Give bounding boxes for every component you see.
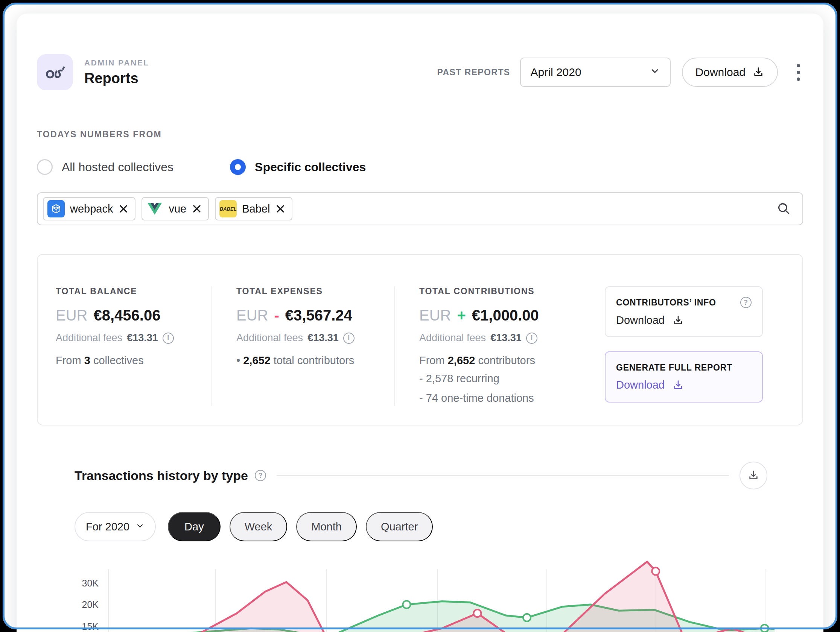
minus-sign: - [274,307,279,324]
total-expenses-label: TOTAL EXPENSES [236,286,395,296]
transactions-title: Transactions history by type [74,468,248,483]
total-expenses-block: TOTAL EXPENSES EUR - €3,567.24 Additiona… [212,286,395,367]
granularity-week[interactable]: Week [230,512,287,541]
app-logo [37,54,73,90]
radio-all-collectives[interactable]: All hosted collectives [37,159,174,175]
contributors-info-title: CONTRIBUTORS’ INFO [616,298,716,308]
transactions-section: Transactions history by type ? For 2020 … [37,462,803,632]
osc-logo-icon [44,62,65,83]
header-titles: ADMIN PANEL Reports [84,58,149,87]
radio-circle-selected[interactable] [230,159,246,175]
generate-report-box: GENERATE FULL REPORT Download [605,351,763,402]
kebab-menu[interactable] [794,61,803,84]
chart-canvas [67,555,775,632]
todays-numbers-label: TODAYS NUMBERS FROM [37,129,803,140]
download-full-report[interactable]: Download [616,379,752,391]
info-icon[interactable]: i [163,333,174,344]
tag-label: vue [169,203,186,215]
plus-sign: + [457,307,466,324]
radio-circle-unselected[interactable] [37,159,53,175]
remove-tag-icon[interactable] [191,203,202,214]
download-icon [747,470,759,482]
report-actions: CONTRIBUTORS’ INFO ? Download GENERATE F… [605,286,763,402]
total-contributions-block: TOTAL CONTRIBUTIONS EUR + €1,000.00 Addi… [395,286,605,406]
generate-report-title: GENERATE FULL REPORT [616,362,752,373]
collectives-radio-group: All hosted collectives Specific collecti… [37,159,803,175]
chevron-down-icon [650,66,660,79]
admin-panel-window: ADMIN PANEL Reports PAST REPORTS April 2… [17,14,823,632]
divider [276,475,729,476]
download-report-label: Download [695,66,745,79]
webpack-icon [47,200,65,217]
help-icon[interactable]: ? [255,470,266,481]
page-title: Reports [84,70,149,87]
total-balance-amount: EUR €8,456.06 [56,307,212,324]
radio-specific-collectives[interactable]: Specific collectives [230,159,366,175]
granularity-month[interactable]: Month [296,512,357,541]
balance-fees: Additional fees €13.31 i [56,332,212,344]
contributions-detail-onetime: - 74 one-time donations [419,390,605,406]
tag-webpack[interactable]: webpack [43,197,136,221]
past-reports-label: PAST REPORTS [437,67,510,77]
contributions-fees: Additional fees €13.31 i [419,332,605,344]
total-balance-block: TOTAL BALANCE EUR €8,456.06 Additional f… [38,286,212,367]
contributors-info-box: CONTRIBUTORS’ INFO ? Download [605,286,763,337]
period-select[interactable]: April 2020 [520,58,671,87]
period-select-value: April 2020 [531,66,581,79]
contributions-from-line: From 2,652 contributors [419,355,605,367]
download-chart-button[interactable] [739,462,767,489]
info-icon[interactable]: i [526,333,537,344]
expenses-contributors-line: • 2,652 total contributors [236,355,395,367]
chart-filters: For 2020 Day Week Month Quarter [74,512,767,541]
screenshot-root: ADMIN PANEL Reports PAST REPORTS April 2… [0,0,840,632]
tag-label: webpack [70,203,113,215]
download-icon [672,315,684,326]
currency-code: EUR [56,307,87,324]
download-report-button[interactable]: Download [682,58,778,87]
admin-panel-kicker: ADMIN PANEL [84,58,149,67]
balance-from-line: From 3 collectives [56,355,212,367]
total-contributions-label: TOTAL CONTRIBUTIONS [419,286,605,296]
total-contributions-amount: EUR + €1,000.00 [419,307,605,324]
expenses-fees: Additional fees €13.31 i [236,332,395,344]
download-contributors-info[interactable]: Download [616,314,752,326]
tag-babel[interactable]: BABEL Babel [215,197,292,221]
header-actions: PAST REPORTS April 2020 Download [437,58,803,87]
help-icon[interactable]: ? [740,297,752,308]
info-icon[interactable]: i [343,333,355,344]
tag-label: Babel [242,203,270,215]
chevron-down-icon [136,521,145,533]
stats-summary-card: TOTAL BALANCE EUR €8,456.06 Additional f… [37,254,803,426]
download-icon [672,379,684,391]
granularity-quarter[interactable]: Quarter [366,512,433,541]
search-icon[interactable] [777,202,791,216]
tag-vue[interactable]: vue [142,197,209,221]
radio-all-label: All hosted collectives [62,160,174,174]
currency-code: EUR [236,307,268,324]
vue-icon [146,200,163,217]
collectives-tag-input[interactable]: webpack vue BABEL Babe [37,192,803,225]
header: ADMIN PANEL Reports PAST REPORTS April 2… [37,54,803,90]
transactions-chart: 30K 20K 15K 10K [74,555,767,632]
contributions-detail-recurring: - 2,578 recurring [419,370,605,386]
radio-specific-label: Specific collectives [255,160,366,174]
year-filter-select[interactable]: For 2020 [74,512,156,541]
currency-code: EUR [419,307,451,324]
transactions-header: Transactions history by type ? [74,462,767,489]
remove-tag-icon[interactable] [275,203,286,214]
granularity-day[interactable]: Day [168,512,221,541]
remove-tag-icon[interactable] [118,203,129,214]
download-icon [752,66,764,78]
babel-icon: BABEL [219,200,237,217]
total-balance-label: TOTAL BALANCE [56,286,212,296]
total-expenses-amount: EUR - €3,567.24 [236,307,395,324]
